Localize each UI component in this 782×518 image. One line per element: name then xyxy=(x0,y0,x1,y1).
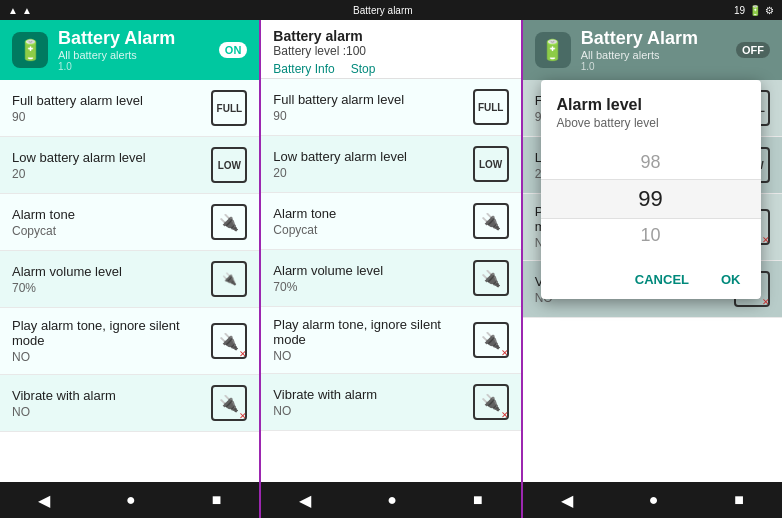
left-volume-icon: 🔌 xyxy=(211,261,247,297)
right-recent-button[interactable]: ■ xyxy=(718,487,760,513)
left-item-silent[interactable]: Play alarm tone, ignore silent mode NO 🔌… xyxy=(0,308,259,375)
left-header-text: Battery Alarm All battery alerts 1.0 xyxy=(58,28,209,72)
signal-strength: 19 xyxy=(734,5,745,16)
mid-item-volume-text: Alarm volume level 70% xyxy=(273,263,472,294)
alarm-level-dialog: Alarm level Above battery level 98 99 10… xyxy=(541,80,761,299)
mid-home-button[interactable]: ● xyxy=(371,487,413,513)
left-app-subtitle: All battery alerts xyxy=(58,49,209,61)
stop-button[interactable]: Stop xyxy=(351,62,376,76)
left-alarm-tone-label: Alarm tone xyxy=(12,207,211,222)
mid-volume-label: Alarm volume level xyxy=(273,263,472,278)
left-toggle-button[interactable]: ON xyxy=(219,42,248,58)
left-item-full-battery-text: Full battery alarm level 90 xyxy=(12,93,211,124)
dialog-scroll-item-10[interactable]: 10 xyxy=(541,219,761,252)
mid-item-full-battery[interactable]: Full battery alarm level 90 FULL xyxy=(261,79,520,136)
right-home-button[interactable]: ● xyxy=(633,487,675,513)
left-alarm-tone-value: Copycat xyxy=(12,224,211,238)
mid-back-button[interactable]: ◀ xyxy=(283,487,327,514)
left-item-low-battery[interactable]: Low battery alarm level 20 LOW xyxy=(0,137,259,194)
mid-low-battery-icon: LOW xyxy=(473,146,509,182)
mid-silent-icon: 🔌✕ xyxy=(473,322,509,358)
left-item-vibrate[interactable]: Vibrate with alarm NO 🔌✕ xyxy=(0,375,259,432)
mid-volume-icon: 🔌 xyxy=(473,260,509,296)
left-full-battery-value: 90 xyxy=(12,110,211,124)
left-nav-bar: ◀ ● ■ xyxy=(0,482,259,518)
left-volume-label: Alarm volume level xyxy=(12,264,211,279)
left-item-volume-text: Alarm volume level 70% xyxy=(12,264,211,295)
notification-header: Battery alarm Battery level :100 Battery… xyxy=(261,20,520,79)
left-panel: 🔋 Battery Alarm All battery alerts 1.0 O… xyxy=(0,20,259,518)
mid-item-silent-text: Play alarm tone, ignore silent mode NO xyxy=(273,317,472,363)
left-low-battery-value: 20 xyxy=(12,167,211,181)
mid-recent-button[interactable]: ■ xyxy=(457,487,499,513)
left-volume-value: 70% xyxy=(12,281,211,295)
dialog-ok-button[interactable]: OK xyxy=(713,268,749,291)
middle-nav-bar: ◀ ● ■ xyxy=(261,482,520,518)
settings-icon: ⚙ xyxy=(765,5,774,16)
left-item-low-battery-text: Low battery alarm level 20 xyxy=(12,150,211,181)
right-nav-bar: ◀ ● ■ xyxy=(523,482,782,518)
status-bar: ▲ ▲ Battery alarm 19 🔋 ⚙ xyxy=(0,0,782,20)
left-full-battery-label: Full battery alarm level xyxy=(12,93,211,108)
mid-full-battery-icon: FULL xyxy=(473,89,509,125)
left-vibrate-value: NO xyxy=(12,405,211,419)
battery-icon: 🔋 xyxy=(749,5,761,16)
notification-title: Battery alarm xyxy=(353,5,412,16)
left-full-battery-icon: FULL xyxy=(211,90,247,126)
mid-alarm-tone-icon: 🔌 xyxy=(473,203,509,239)
right-back-button[interactable]: ◀ xyxy=(545,487,589,514)
left-home-button[interactable]: ● xyxy=(110,487,152,513)
left-item-volume[interactable]: Alarm volume level 70% 🔌 xyxy=(0,251,259,308)
signal-icon: ▲ xyxy=(8,5,18,16)
status-bar-right: 19 🔋 ⚙ xyxy=(734,5,774,16)
dialog-scroll-item-98[interactable]: 98 xyxy=(541,146,761,179)
mid-vibrate-value: NO xyxy=(273,404,472,418)
notification-subtitle: Battery level :100 xyxy=(273,44,508,58)
dialog-title: Alarm level xyxy=(557,96,745,114)
left-recent-button[interactable]: ■ xyxy=(196,487,238,513)
dialog-scroll-item-99[interactable]: 99 xyxy=(541,179,761,219)
middle-panel: Battery alarm Battery level :100 Battery… xyxy=(261,20,520,518)
left-vibrate-label: Vibrate with alarm xyxy=(12,388,211,403)
left-app-title: Battery Alarm xyxy=(58,28,209,49)
left-silent-label: Play alarm tone, ignore silent mode xyxy=(12,318,211,348)
left-app-icon: 🔋 xyxy=(12,32,48,68)
mid-alarm-tone-label: Alarm tone xyxy=(273,206,472,221)
mid-low-battery-label: Low battery alarm level xyxy=(273,149,472,164)
mid-volume-value: 70% xyxy=(273,280,472,294)
left-low-battery-icon: LOW xyxy=(211,147,247,183)
battery-info-button[interactable]: Battery Info xyxy=(273,62,334,76)
mid-item-vibrate-text: Vibrate with alarm NO xyxy=(273,387,472,418)
notification-actions: Battery Info Stop xyxy=(273,62,508,76)
left-vibrate-icon: 🔌✕ xyxy=(211,385,247,421)
mid-full-battery-value: 90 xyxy=(273,109,472,123)
mid-item-full-battery-text: Full battery alarm level 90 xyxy=(273,92,472,123)
mid-item-volume[interactable]: Alarm volume level 70% 🔌 xyxy=(261,250,520,307)
dialog-title-area: Alarm level Above battery level xyxy=(541,80,761,138)
left-item-alarm-tone[interactable]: Alarm tone Copycat 🔌 xyxy=(0,194,259,251)
mid-item-low-battery[interactable]: Low battery alarm level 20 LOW xyxy=(261,136,520,193)
left-item-alarm-tone-text: Alarm tone Copycat xyxy=(12,207,211,238)
left-back-button[interactable]: ◀ xyxy=(22,487,66,514)
mid-item-vibrate[interactable]: Vibrate with alarm NO 🔌✕ xyxy=(261,374,520,431)
left-item-full-battery[interactable]: Full battery alarm level 90 FULL xyxy=(0,80,259,137)
mid-item-silent[interactable]: Play alarm tone, ignore silent mode NO 🔌… xyxy=(261,307,520,374)
left-app-header: 🔋 Battery Alarm All battery alerts 1.0 O… xyxy=(0,20,259,80)
left-item-silent-text: Play alarm tone, ignore silent mode NO xyxy=(12,318,211,364)
dialog-subtitle: Above battery level xyxy=(557,116,745,130)
dialog-cancel-button[interactable]: CANCEL xyxy=(627,268,697,291)
mid-item-alarm-tone-text: Alarm tone Copycat xyxy=(273,206,472,237)
mid-item-low-battery-text: Low battery alarm level 20 xyxy=(273,149,472,180)
dialog-scroll-area[interactable]: 98 99 10 xyxy=(541,138,761,260)
mid-vibrate-label: Vibrate with alarm xyxy=(273,387,472,402)
left-settings-list: Full battery alarm level 90 FULL Low bat… xyxy=(0,80,259,482)
mid-vibrate-icon: 🔌✕ xyxy=(473,384,509,420)
left-low-battery-label: Low battery alarm level xyxy=(12,150,211,165)
mid-alarm-tone-value: Copycat xyxy=(273,223,472,237)
status-bar-left: ▲ ▲ xyxy=(8,5,32,16)
left-app-version: 1.0 xyxy=(58,61,209,72)
mid-item-alarm-tone[interactable]: Alarm tone Copycat 🔌 xyxy=(261,193,520,250)
mid-low-battery-value: 20 xyxy=(273,166,472,180)
left-alarm-tone-icon: 🔌 xyxy=(211,204,247,240)
dialog-overlay: Alarm level Above battery level 98 99 10… xyxy=(519,40,782,482)
